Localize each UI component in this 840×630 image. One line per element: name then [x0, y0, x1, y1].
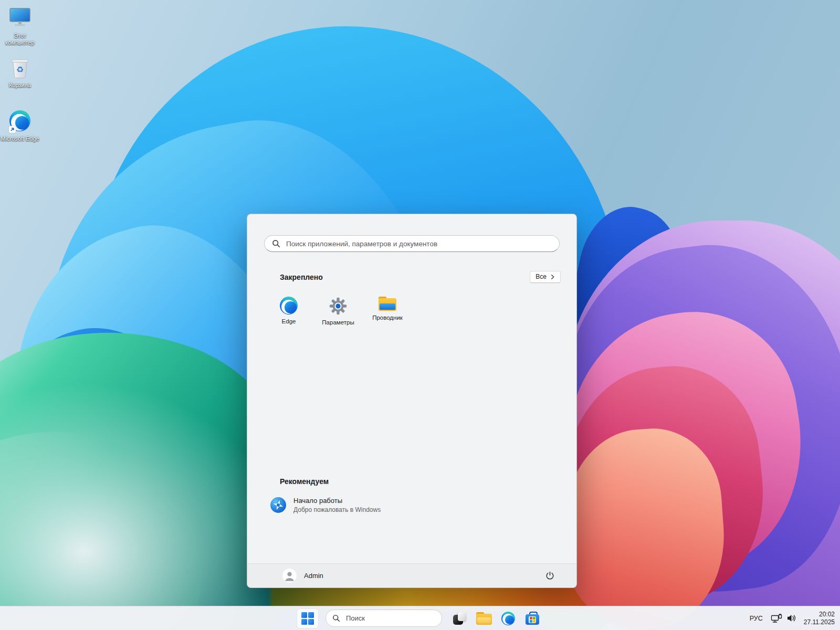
- start-menu: Закреплено Все Edge: [247, 214, 577, 588]
- edge-icon: [501, 612, 515, 625]
- edge-icon: [280, 297, 298, 314]
- start-button[interactable]: [297, 609, 318, 628]
- pinned-all-button[interactable]: Все: [530, 271, 561, 283]
- power-icon: [545, 571, 555, 581]
- recycle-bin-icon: ♻: [7, 55, 33, 80]
- start-menu-user-bar: Admin: [247, 563, 576, 587]
- pinned-app-label: Edge: [282, 318, 296, 324]
- recommended-section-title: Рекомендуем: [280, 477, 329, 486]
- user-avatar[interactable]: [282, 569, 297, 583]
- microsoft-store-button[interactable]: [522, 609, 543, 628]
- desktop-icon-this-pc[interactable]: Этот компьютер: [0, 5, 40, 46]
- pinned-all-label: Все: [536, 273, 547, 280]
- tray-status-icons[interactable]: [771, 613, 797, 623]
- pinned-app-label: Проводник: [372, 314, 403, 321]
- start-menu-search-box[interactable]: [264, 235, 560, 252]
- taskbar: РУС 20:02 27.11.2025: [0, 606, 840, 630]
- pinned-apps-grid: Edge: [264, 292, 576, 329]
- tray-date: 27.11.2025: [804, 618, 835, 626]
- chevron-right-icon: [550, 275, 555, 279]
- pinned-app-settings[interactable]: Параметры: [313, 292, 363, 329]
- network-ethernet-icon: [771, 613, 782, 623]
- desktop-icon-microsoft-edge[interactable]: Microsoft Edge: [0, 108, 40, 142]
- desktop-icon-label: Корзина: [9, 82, 31, 89]
- edge-button[interactable]: [498, 609, 519, 628]
- recommended-item-title: Начало работы: [293, 497, 381, 505]
- language-indicator[interactable]: РУС: [749, 613, 764, 624]
- wallpaper-petal: [0, 395, 235, 630]
- file-explorer-button[interactable]: [474, 609, 495, 628]
- search-icon: [332, 614, 340, 622]
- taskbar-search-input[interactable]: [345, 614, 439, 623]
- windows-logo-icon: [301, 612, 314, 625]
- desktop-icon-label: Этот компьютер: [0, 33, 40, 46]
- recommended-item-get-started[interactable]: Начало работы Добро пожаловать в Windows: [265, 492, 444, 518]
- pinned-app-label: Параметры: [322, 319, 354, 326]
- start-menu-search-input[interactable]: [285, 239, 552, 248]
- pinned-section-title: Закреплено: [280, 273, 323, 281]
- edge-icon: [7, 108, 33, 133]
- search-icon: [272, 239, 280, 248]
- shortcut-arrow-icon: [9, 126, 16, 133]
- svg-text:♻: ♻: [16, 65, 24, 75]
- this-pc-icon: [7, 5, 33, 30]
- tray-time: 20:02: [819, 611, 835, 618]
- microsoft-store-icon: [526, 612, 539, 625]
- recommended-item-subtitle: Добро пожаловать в Windows: [293, 506, 381, 513]
- pinned-app-edge[interactable]: Edge: [264, 292, 313, 329]
- task-view-icon: [453, 612, 467, 625]
- pinned-app-explorer[interactable]: Проводник: [363, 292, 412, 329]
- volume-icon: [786, 614, 797, 623]
- task-view-button[interactable]: [449, 609, 470, 628]
- power-button[interactable]: [540, 567, 560, 585]
- desktop-icon-recycle-bin[interactable]: ♻ Корзина: [0, 55, 40, 89]
- windows-desktop: Этот компьютер ♻ Корзина: [0, 0, 840, 630]
- clock[interactable]: 20:02 27.11.2025: [804, 611, 835, 626]
- system-tray: РУС 20:02 27.11.2025: [749, 606, 835, 630]
- get-started-icon: [270, 497, 286, 513]
- settings-gear-icon: [329, 297, 348, 316]
- desktop-icon-label: Microsoft Edge: [1, 135, 39, 142]
- folder-icon: [476, 612, 492, 625]
- folder-icon: [379, 297, 396, 311]
- user-name[interactable]: Admin: [304, 572, 323, 580]
- taskbar-search-box[interactable]: [326, 610, 442, 627]
